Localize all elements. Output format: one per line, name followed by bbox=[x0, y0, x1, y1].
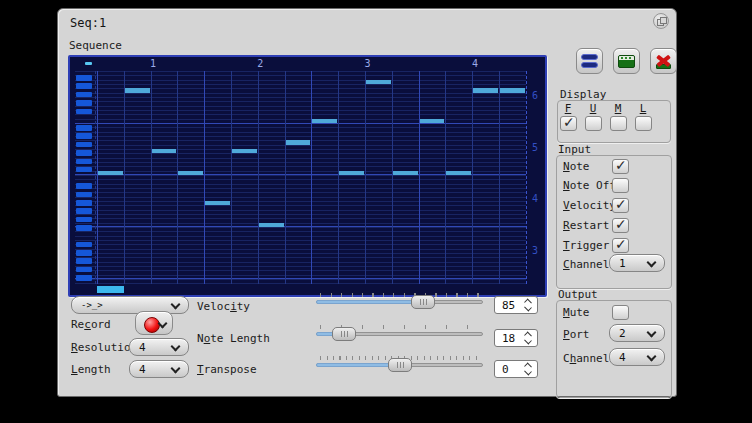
grid-row-line bbox=[75, 227, 526, 228]
piano-key bbox=[76, 267, 92, 273]
piano-key bbox=[76, 225, 92, 231]
module-editor-button[interactable] bbox=[613, 48, 640, 74]
transpose-spinbox[interactable]: 0 bbox=[494, 360, 538, 378]
input-restart-checkbox[interactable] bbox=[612, 218, 629, 233]
display-f-checkbox[interactable] bbox=[560, 116, 577, 131]
float-window-button[interactable] bbox=[653, 13, 669, 29]
beat-number: 3 bbox=[365, 58, 371, 69]
grid-row-line bbox=[75, 132, 526, 133]
grid-row-line bbox=[75, 257, 526, 258]
note-bar[interactable] bbox=[152, 149, 177, 153]
slider-fill bbox=[316, 363, 400, 367]
grid-row-line bbox=[75, 205, 526, 206]
display-m-checkbox[interactable] bbox=[610, 116, 627, 131]
stacked-bars-icon bbox=[581, 54, 598, 69]
note-bar[interactable] bbox=[500, 88, 525, 92]
velocity-spinbox[interactable]: 85 bbox=[494, 296, 538, 314]
input-trigger-checkbox[interactable] bbox=[612, 238, 629, 253]
note-bar[interactable] bbox=[473, 88, 498, 92]
grid-row-line bbox=[75, 210, 526, 211]
grid-row-line bbox=[75, 149, 526, 150]
grid-row-line bbox=[75, 175, 526, 176]
note-length-slider[interactable] bbox=[316, 325, 483, 342]
length-combo[interactable]: 4 bbox=[129, 360, 189, 378]
note-bar[interactable] bbox=[125, 88, 150, 92]
note-bar[interactable] bbox=[420, 119, 445, 123]
display-l-checkbox[interactable] bbox=[635, 116, 652, 131]
record-led-icon bbox=[144, 317, 160, 333]
piano-key bbox=[76, 100, 92, 106]
octave-line bbox=[75, 226, 526, 227]
note-length-spinbox[interactable]: 18 bbox=[494, 329, 538, 347]
delete-module-button[interactable] bbox=[650, 48, 677, 74]
piano-key bbox=[76, 242, 92, 248]
grid-step-line bbox=[204, 71, 205, 284]
input-note-checkbox[interactable] bbox=[612, 159, 629, 174]
grid-row-line bbox=[75, 145, 526, 146]
slider-ticks bbox=[320, 293, 480, 297]
transpose-spin-value: 0 bbox=[502, 363, 509, 376]
note-bar[interactable] bbox=[393, 171, 418, 175]
input-channel-combo[interactable]: 1 bbox=[609, 254, 665, 272]
note-bar[interactable] bbox=[339, 171, 364, 175]
playback-cursor bbox=[97, 286, 124, 293]
slider-handle[interactable] bbox=[332, 327, 356, 341]
desktop-background: Seq:1 Sequence 12346543 Display F U M L bbox=[0, 0, 752, 423]
input-velocity-checkbox[interactable] bbox=[612, 198, 629, 213]
note-length-spin-value: 18 bbox=[502, 332, 515, 345]
piano-key bbox=[76, 75, 92, 81]
grid-row-line bbox=[75, 162, 526, 163]
loop-marker[interactable] bbox=[85, 62, 92, 65]
record-button[interactable] bbox=[135, 311, 173, 335]
grid-row-line bbox=[75, 93, 526, 94]
spin-down-icon[interactable] bbox=[524, 368, 532, 376]
grid-row-line bbox=[75, 223, 526, 224]
spin-down-icon[interactable] bbox=[524, 304, 532, 312]
display-u-checkbox[interactable] bbox=[585, 116, 602, 131]
output-port-combo[interactable]: 2 bbox=[609, 324, 665, 342]
transpose-slider[interactable] bbox=[316, 356, 483, 373]
resolution-combo[interactable]: 4 bbox=[129, 338, 189, 356]
note-bar[interactable] bbox=[178, 171, 203, 175]
note-bar[interactable] bbox=[312, 119, 337, 123]
note-bar[interactable] bbox=[205, 201, 230, 205]
velocity-slider[interactable] bbox=[316, 293, 483, 310]
direction-combo[interactable]: ->_> bbox=[71, 296, 189, 314]
note-bar[interactable] bbox=[446, 171, 471, 175]
octave-label: 6 bbox=[528, 90, 542, 101]
note-bar[interactable] bbox=[98, 171, 123, 175]
slider-handle[interactable] bbox=[411, 295, 435, 309]
input-channel-value: 1 bbox=[619, 255, 626, 272]
piano-key bbox=[76, 217, 92, 223]
display-u-label: U bbox=[587, 103, 599, 115]
output-mute-checkbox[interactable] bbox=[612, 305, 629, 320]
note-bar[interactable] bbox=[366, 80, 391, 84]
grid-step-line bbox=[177, 71, 178, 284]
slider-handle[interactable] bbox=[388, 358, 412, 372]
clone-module-button[interactable] bbox=[576, 48, 603, 74]
grid-row-line bbox=[75, 184, 526, 185]
grid-row-line bbox=[75, 275, 526, 276]
note-bar[interactable] bbox=[259, 223, 284, 227]
grid-row-line bbox=[75, 192, 526, 193]
grid-row-line bbox=[75, 84, 526, 85]
grid-row-line bbox=[75, 236, 526, 237]
input-restart-label: Restart bbox=[563, 220, 609, 232]
sequencer-grid[interactable]: 12346543 bbox=[68, 55, 547, 297]
keyboard-separator bbox=[95, 71, 96, 284]
grid-row-line bbox=[75, 188, 526, 189]
spin-down-icon[interactable] bbox=[524, 337, 532, 345]
record-label: Record bbox=[71, 319, 111, 331]
grid-end-line bbox=[526, 71, 527, 284]
output-channel-combo[interactable]: 4 bbox=[609, 348, 665, 366]
chevron-down-icon bbox=[647, 328, 657, 338]
velocity-label: Velocity bbox=[197, 301, 250, 313]
grid-step-line bbox=[151, 71, 152, 284]
sequence-group-label: Sequence bbox=[69, 40, 122, 52]
display-l-label: L bbox=[637, 103, 649, 115]
input-noteoff-checkbox[interactable] bbox=[612, 178, 629, 193]
note-bar[interactable] bbox=[286, 140, 311, 144]
grid-row-line bbox=[75, 214, 526, 215]
grid-row-line bbox=[75, 114, 526, 115]
note-bar[interactable] bbox=[232, 149, 257, 153]
